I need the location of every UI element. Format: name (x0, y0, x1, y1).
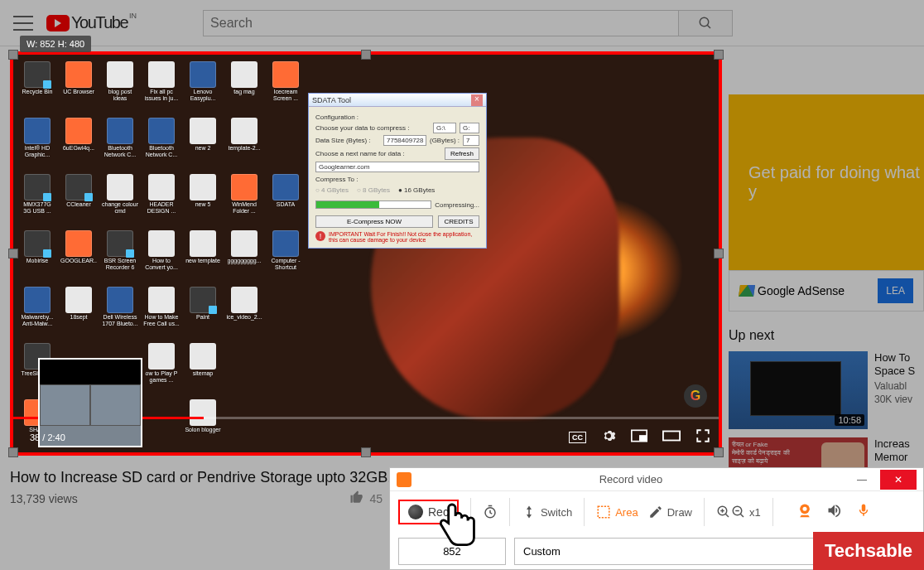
desktop-icon[interactable]: Dell Wireless 1707 Blueto... (101, 287, 139, 340)
mic-icon[interactable] (856, 502, 871, 522)
sdata-tool-window: SDATA Tool × Configuration : Choose your… (308, 93, 487, 249)
desktop-icon[interactable]: BSR Screen Recorder 6 (101, 230, 139, 283)
minimize-button[interactable]: — (844, 470, 880, 490)
svg-line-1 (707, 25, 710, 28)
google-badge-icon: G (684, 384, 707, 408)
refresh-button[interactable]: Refresh (445, 147, 479, 160)
desktop-icon[interactable]: UC Browser (60, 61, 98, 114)
search-input[interactable] (203, 10, 679, 36)
drive-out: G: (460, 123, 479, 133)
watermark: Techsable (813, 532, 924, 570)
speaker-icon[interactable] (826, 502, 843, 522)
gbytes-field[interactable]: 7 (463, 135, 479, 146)
desktop-icon[interactable]: MMX377G 3G USB ... (18, 174, 56, 227)
desktop-icon[interactable]: tag mag (225, 61, 263, 114)
desktop-icon[interactable]: Bluetooth Network C... (142, 118, 180, 171)
desktop-icon[interactable]: blog post ideas (101, 61, 139, 114)
settings-icon[interactable] (601, 428, 616, 447)
desktop-icon[interactable]: How to Convert yo... (142, 230, 180, 283)
zoom-level: x1 (749, 506, 761, 519)
size-field[interactable]: 7758409728 (383, 135, 426, 146)
desktop-icon[interactable]: How to Make Free Call us... (142, 287, 180, 340)
desktop-icon[interactable]: 18sept (60, 287, 98, 340)
desktop-icon[interactable]: Mobirise (18, 230, 56, 283)
zoom-out-button[interactable] (731, 505, 746, 519)
resize-handle[interactable] (361, 50, 371, 60)
switch-button[interactable]: Switch (522, 505, 572, 519)
search-button[interactable] (679, 10, 733, 36)
video-time: 38 / 2:40 (30, 432, 65, 442)
width-input[interactable] (398, 538, 506, 565)
timer-button[interactable] (483, 505, 498, 519)
drive-select[interactable]: G:\ (433, 123, 456, 133)
miniplayer-icon[interactable] (631, 429, 647, 446)
radio-4gb[interactable]: ○ 4 GBytes (315, 186, 349, 194)
resize-handle[interactable] (714, 249, 724, 258)
desktop-icon[interactable]: Malwareby... Anti-Malw... (18, 287, 56, 340)
record-button[interactable]: Rec (398, 500, 459, 524)
area-button[interactable]: Area (596, 505, 638, 519)
ecompress-button[interactable]: E-Compress NOW (315, 215, 433, 228)
desktop-icon[interactable]: new 2 (184, 118, 222, 171)
cc-icon[interactable]: CC (569, 432, 586, 443)
desktop-icon[interactable]: 6uEGwl4q... (60, 118, 98, 171)
desktop-icon[interactable]: Bluetooth Network C... (101, 118, 139, 171)
window-title: Record video (418, 473, 844, 485)
name-field[interactable]: Googlearner.com (315, 162, 479, 172)
desktop-icon[interactable]: HEADER DESIGN ... (142, 174, 180, 227)
svg-rect-4 (663, 432, 680, 441)
fullscreen-icon[interactable] (695, 428, 710, 447)
adsense-logo: Google AdSense (739, 284, 845, 297)
desktop-icon[interactable]: Recycle Bin (18, 61, 56, 114)
desktop-icon[interactable]: Fix all pc issues in ju... (142, 61, 180, 114)
desktop-icon[interactable]: ow to Play P games ... (142, 343, 180, 396)
desktop-icon[interactable]: template-2... (225, 118, 263, 171)
desktop-icon[interactable]: ice_video_2... (225, 287, 263, 340)
desktop-icon[interactable]: CCleaner (60, 174, 98, 227)
close-icon[interactable]: × (471, 94, 483, 106)
resize-handle[interactable] (8, 50, 18, 60)
radio-16gb[interactable]: ● 16 GBytes (398, 186, 435, 194)
theater-icon[interactable] (662, 429, 681, 446)
desktop-icon[interactable]: new template (184, 230, 222, 283)
svg-point-0 (700, 17, 709, 27)
hamburger-icon[interactable] (13, 13, 33, 33)
video-player[interactable]: Recycle BinUC Browserblog post ideasFix … (10, 51, 722, 456)
capture-size-label: W: 852 H: 480 (20, 36, 91, 52)
ad-cta-button[interactable]: LEA (878, 278, 913, 303)
desktop-icon[interactable]: Icecream Screen ... (267, 61, 305, 114)
desktop-icon[interactable]: Paint (184, 287, 222, 340)
radio-8gb[interactable]: ○ 8 GBytes (357, 186, 390, 194)
resize-handle[interactable] (8, 447, 18, 457)
svg-rect-3 (640, 436, 647, 441)
credits-button[interactable]: CREDITS (438, 215, 479, 228)
desktop-icon[interactable]: WinMend Folder ... (225, 174, 263, 227)
desktop-icon[interactable]: Lenovo Easyplu... (184, 61, 222, 114)
desktop-icon[interactable]: SDATA (267, 174, 305, 227)
resize-handle[interactable] (714, 50, 724, 60)
resize-handle[interactable] (361, 447, 371, 457)
youtube-logo[interactable]: YouTubeIN (46, 13, 137, 32)
resize-handle[interactable] (8, 249, 18, 258)
desktop-icon[interactable]: change colour cmd (101, 174, 139, 227)
desktop-icon[interactable]: sitemap (184, 343, 222, 396)
warning-icon: ! (315, 231, 325, 241)
view-count: 13,739 views (10, 492, 78, 505)
upnext-heading: Up next (729, 328, 924, 343)
webcam-icon[interactable] (796, 502, 813, 522)
desktop-icon[interactable]: GOOGLEAR... (60, 230, 98, 283)
svg-rect-6 (598, 506, 609, 518)
duration-badge: 10:58 (835, 414, 864, 426)
like-count: 45 (369, 492, 383, 505)
desktop-icon[interactable]: new 5 (184, 174, 222, 227)
like-icon[interactable] (349, 490, 364, 507)
desktop-icon[interactable]: Computer - Shortcut (267, 230, 305, 283)
desktop-icon[interactable]: Intel® HD Graphic... (18, 118, 56, 171)
close-button[interactable]: ✕ (880, 470, 917, 490)
zoom-in-button[interactable] (716, 505, 731, 519)
ad-banner[interactable]: Get paid for doing what y (729, 94, 924, 270)
recommendation-item[interactable]: 10:58 How ToSpace S Valuabl 30K viev (729, 351, 924, 429)
draw-button[interactable]: Draw (648, 505, 692, 519)
resize-handle[interactable] (714, 447, 724, 457)
desktop-icon[interactable]: ggggggggg... (225, 230, 263, 283)
